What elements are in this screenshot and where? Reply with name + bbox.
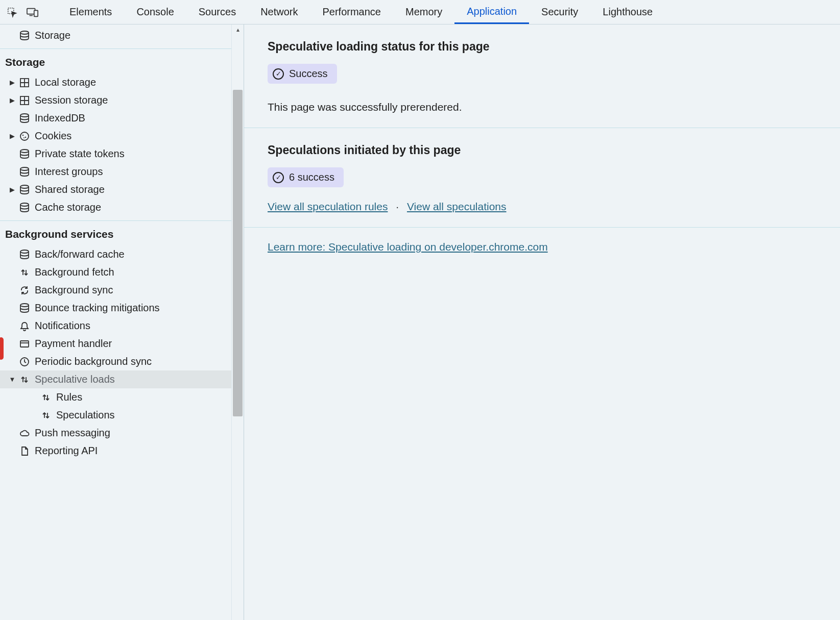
updown-icon bbox=[39, 392, 53, 403]
sidebar-scrollbar[interactable]: ▴ bbox=[231, 24, 244, 620]
database-icon bbox=[17, 249, 32, 260]
scrollbar-thumb[interactable] bbox=[233, 90, 243, 416]
sidebar-item-speculative-loads[interactable]: ▼Speculative loads bbox=[0, 370, 232, 388]
sidebar-item-payment-handler[interactable]: Payment handler bbox=[0, 335, 232, 353]
sidebar-item-cache-storage[interactable]: Cache storage bbox=[0, 199, 232, 216]
device-toggle-icon[interactable] bbox=[23, 3, 42, 21]
cookie-icon bbox=[17, 131, 32, 142]
initiated-badge-label: 6 success bbox=[289, 171, 334, 183]
database-icon bbox=[17, 184, 32, 195]
sidebar-item-reporting-api[interactable]: Reporting API bbox=[0, 442, 232, 460]
view-speculations-link[interactable]: View all speculations bbox=[407, 201, 507, 212]
table-icon bbox=[17, 95, 32, 106]
status-description: This page was successfully prerendered. bbox=[268, 101, 840, 113]
tab-network[interactable]: Network bbox=[248, 0, 310, 24]
sidebar-item-local-storage[interactable]: ▶Local storage bbox=[0, 73, 232, 91]
application-sidebar: StorageStorage▶Local storage▶Session sto… bbox=[0, 24, 244, 620]
sidebar-item-label: Speculations bbox=[53, 409, 115, 421]
inspect-icon[interactable] bbox=[3, 3, 21, 21]
status-badge-label: Success bbox=[289, 68, 328, 80]
chevron-down-icon: ▼ bbox=[7, 376, 17, 383]
file-icon bbox=[17, 445, 32, 457]
sidebar-item-shared-storage[interactable]: ▶Shared storage bbox=[0, 181, 232, 199]
sidebar-item-label: Bounce tracking mitigations bbox=[32, 302, 160, 314]
database-icon bbox=[17, 202, 32, 213]
sidebar-item-label: Background sync bbox=[32, 284, 113, 296]
sidebar-item-label: Speculative loads bbox=[32, 374, 115, 385]
svg-point-6 bbox=[20, 114, 29, 117]
sidebar-item-storage-top[interactable]: Storage bbox=[0, 27, 232, 44]
initiated-panel: Speculations initiated by this page ✓ 6 … bbox=[244, 128, 840, 228]
sidebar-item-label: Push messaging bbox=[32, 427, 110, 439]
sidebar-item-rules[interactable]: Rules bbox=[0, 388, 232, 406]
learn-more-link[interactable]: Learn more: Speculative loading on devel… bbox=[268, 241, 548, 253]
sidebar-item-label: Periodic background sync bbox=[32, 356, 152, 367]
speculation-links: View all speculation rules · View all sp… bbox=[268, 201, 840, 213]
sidebar-item-label: Private state tokens bbox=[32, 148, 125, 160]
sidebar-item-push-messaging[interactable]: Push messaging bbox=[0, 424, 232, 442]
status-panel: Speculative loading status for this page… bbox=[244, 24, 840, 128]
sidebar-item-label: Reporting API bbox=[32, 445, 98, 457]
svg-point-10 bbox=[23, 137, 25, 138]
svg-point-11 bbox=[20, 150, 29, 153]
check-circle-icon: ✓ bbox=[273, 172, 284, 183]
svg-point-7 bbox=[20, 132, 29, 140]
sidebar-item-label: Rules bbox=[53, 391, 82, 403]
status-title: Speculative loading status for this page bbox=[268, 40, 840, 54]
sidebar-item-background-fetch[interactable]: Background fetch bbox=[0, 263, 232, 281]
sidebar-item-label: IndexedDB bbox=[32, 112, 85, 124]
chevron-right-icon: ▶ bbox=[7, 186, 17, 193]
database-icon bbox=[17, 148, 32, 160]
sidebar-item-label: Local storage bbox=[32, 77, 96, 88]
sidebar-item-label: Storage bbox=[32, 30, 70, 41]
svg-point-9 bbox=[25, 136, 26, 137]
sidebar-item-label: Shared storage bbox=[32, 184, 105, 195]
sidebar-item-label: Session storage bbox=[32, 94, 108, 106]
svg-rect-2 bbox=[34, 10, 38, 16]
sidebar-item-periodic-background-sync[interactable]: Periodic background sync bbox=[0, 353, 232, 370]
sidebar-item-indexeddb[interactable]: IndexedDB bbox=[0, 109, 232, 127]
tab-lighthouse[interactable]: Lighthouse bbox=[590, 0, 665, 24]
tab-console[interactable]: Console bbox=[124, 0, 186, 24]
database-icon bbox=[17, 166, 32, 178]
database-icon bbox=[17, 113, 32, 124]
sidebar-item-speculations[interactable]: Speculations bbox=[0, 406, 232, 424]
svg-point-3 bbox=[20, 31, 29, 34]
link-separator: · bbox=[396, 201, 399, 212]
sidebar-section-background-services: Background services bbox=[0, 221, 232, 245]
main-panel: Speculative loading status for this page… bbox=[244, 24, 840, 620]
sidebar-item-private-state-tokens[interactable]: Private state tokens bbox=[0, 145, 232, 163]
sidebar-item-interest-groups[interactable]: Interest groups bbox=[0, 163, 232, 181]
svg-point-13 bbox=[20, 185, 29, 188]
cloud-icon bbox=[17, 428, 32, 439]
tab-elements[interactable]: Elements bbox=[57, 0, 124, 24]
tab-performance[interactable]: Performance bbox=[310, 0, 394, 24]
card-icon bbox=[17, 338, 32, 350]
sidebar-item-label: Back/forward cache bbox=[32, 249, 125, 260]
view-rules-link[interactable]: View all speculation rules bbox=[268, 201, 388, 212]
sidebar-item-notifications[interactable]: Notifications bbox=[0, 317, 232, 335]
svg-point-15 bbox=[20, 250, 29, 253]
updown-icon bbox=[39, 410, 53, 421]
clock-icon bbox=[17, 356, 32, 367]
sidebar-item-bounce-tracking-mitigations[interactable]: Bounce tracking mitigations bbox=[0, 299, 232, 317]
tab-memory[interactable]: Memory bbox=[393, 0, 454, 24]
sidebar-item-label: Notifications bbox=[32, 320, 90, 332]
svg-point-8 bbox=[22, 134, 23, 135]
chevron-right-icon: ▶ bbox=[7, 132, 17, 140]
sidebar-item-cookies[interactable]: ▶Cookies bbox=[0, 127, 232, 145]
sidebar-item-back-forward-cache[interactable]: Back/forward cache bbox=[0, 245, 232, 263]
tab-application[interactable]: Application bbox=[454, 0, 529, 24]
sidebar-item-session-storage[interactable]: ▶Session storage bbox=[0, 91, 232, 109]
database-icon bbox=[17, 30, 32, 41]
check-circle-icon: ✓ bbox=[273, 68, 284, 80]
svg-point-12 bbox=[20, 167, 29, 170]
initiated-title: Speculations initiated by this page bbox=[268, 143, 840, 157]
tab-security[interactable]: Security bbox=[529, 0, 590, 24]
database-icon bbox=[17, 303, 32, 314]
sidebar-item-label: Payment handler bbox=[32, 338, 112, 350]
sidebar-item-label: Background fetch bbox=[32, 266, 114, 278]
scroll-up-arrow-icon[interactable]: ▴ bbox=[232, 24, 244, 35]
tab-sources[interactable]: Sources bbox=[186, 0, 248, 24]
sidebar-item-background-sync[interactable]: Background sync bbox=[0, 281, 232, 299]
